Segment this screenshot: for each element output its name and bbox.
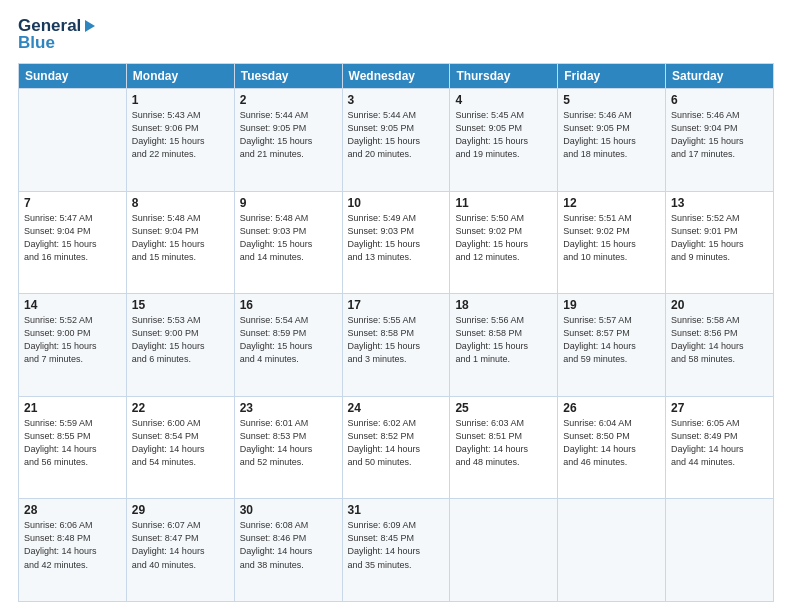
day-number: 17 xyxy=(348,298,445,312)
day-info: Sunrise: 6:03 AMSunset: 8:51 PMDaylight:… xyxy=(455,417,552,469)
calendar-cell: 5Sunrise: 5:46 AMSunset: 9:05 PMDaylight… xyxy=(558,89,666,192)
calendar-cell: 4Sunrise: 5:45 AMSunset: 9:05 PMDaylight… xyxy=(450,89,558,192)
day-number: 31 xyxy=(348,503,445,517)
calendar-cell: 11Sunrise: 5:50 AMSunset: 9:02 PMDayligh… xyxy=(450,191,558,294)
calendar-cell: 1Sunrise: 5:43 AMSunset: 9:06 PMDaylight… xyxy=(126,89,234,192)
day-number: 24 xyxy=(348,401,445,415)
calendar-cell: 18Sunrise: 5:56 AMSunset: 8:58 PMDayligh… xyxy=(450,294,558,397)
day-info: Sunrise: 5:56 AMSunset: 8:58 PMDaylight:… xyxy=(455,314,552,366)
day-number: 2 xyxy=(240,93,337,107)
calendar-cell: 7Sunrise: 5:47 AMSunset: 9:04 PMDaylight… xyxy=(19,191,127,294)
day-number: 29 xyxy=(132,503,229,517)
calendar-cell xyxy=(19,89,127,192)
calendar-cell xyxy=(450,499,558,602)
day-info: Sunrise: 5:52 AMSunset: 9:00 PMDaylight:… xyxy=(24,314,121,366)
calendar-cell: 19Sunrise: 5:57 AMSunset: 8:57 PMDayligh… xyxy=(558,294,666,397)
calendar-cell: 25Sunrise: 6:03 AMSunset: 8:51 PMDayligh… xyxy=(450,396,558,499)
day-number: 20 xyxy=(671,298,768,312)
calendar-header-cell: Monday xyxy=(126,64,234,89)
calendar-cell xyxy=(666,499,774,602)
calendar-cell: 14Sunrise: 5:52 AMSunset: 9:00 PMDayligh… xyxy=(19,294,127,397)
day-number: 6 xyxy=(671,93,768,107)
day-info: Sunrise: 5:48 AMSunset: 9:04 PMDaylight:… xyxy=(132,212,229,264)
day-number: 21 xyxy=(24,401,121,415)
day-info: Sunrise: 5:54 AMSunset: 8:59 PMDaylight:… xyxy=(240,314,337,366)
calendar-cell: 12Sunrise: 5:51 AMSunset: 9:02 PMDayligh… xyxy=(558,191,666,294)
day-number: 26 xyxy=(563,401,660,415)
day-number: 30 xyxy=(240,503,337,517)
day-info: Sunrise: 5:57 AMSunset: 8:57 PMDaylight:… xyxy=(563,314,660,366)
calendar-cell: 27Sunrise: 6:05 AMSunset: 8:49 PMDayligh… xyxy=(666,396,774,499)
day-info: Sunrise: 6:07 AMSunset: 8:47 PMDaylight:… xyxy=(132,519,229,571)
day-number: 13 xyxy=(671,196,768,210)
calendar-header-cell: Friday xyxy=(558,64,666,89)
day-info: Sunrise: 5:43 AMSunset: 9:06 PMDaylight:… xyxy=(132,109,229,161)
page: GeneralBlue SundayMondayTuesdayWednesday… xyxy=(0,0,792,612)
calendar-header-row: SundayMondayTuesdayWednesdayThursdayFrid… xyxy=(19,64,774,89)
day-info: Sunrise: 5:46 AMSunset: 9:04 PMDaylight:… xyxy=(671,109,768,161)
calendar-cell: 8Sunrise: 5:48 AMSunset: 9:04 PMDaylight… xyxy=(126,191,234,294)
day-info: Sunrise: 5:50 AMSunset: 9:02 PMDaylight:… xyxy=(455,212,552,264)
day-number: 28 xyxy=(24,503,121,517)
day-info: Sunrise: 6:00 AMSunset: 8:54 PMDaylight:… xyxy=(132,417,229,469)
day-number: 18 xyxy=(455,298,552,312)
day-info: Sunrise: 6:09 AMSunset: 8:45 PMDaylight:… xyxy=(348,519,445,571)
calendar-cell: 15Sunrise: 5:53 AMSunset: 9:00 PMDayligh… xyxy=(126,294,234,397)
calendar-cell: 9Sunrise: 5:48 AMSunset: 9:03 PMDaylight… xyxy=(234,191,342,294)
day-info: Sunrise: 5:59 AMSunset: 8:55 PMDaylight:… xyxy=(24,417,121,469)
day-info: Sunrise: 5:51 AMSunset: 9:02 PMDaylight:… xyxy=(563,212,660,264)
day-number: 3 xyxy=(348,93,445,107)
calendar-cell: 28Sunrise: 6:06 AMSunset: 8:48 PMDayligh… xyxy=(19,499,127,602)
day-number: 5 xyxy=(563,93,660,107)
day-info: Sunrise: 5:46 AMSunset: 9:05 PMDaylight:… xyxy=(563,109,660,161)
day-number: 25 xyxy=(455,401,552,415)
day-info: Sunrise: 6:06 AMSunset: 8:48 PMDaylight:… xyxy=(24,519,121,571)
day-number: 12 xyxy=(563,196,660,210)
day-number: 10 xyxy=(348,196,445,210)
day-info: Sunrise: 5:48 AMSunset: 9:03 PMDaylight:… xyxy=(240,212,337,264)
calendar-cell: 3Sunrise: 5:44 AMSunset: 9:05 PMDaylight… xyxy=(342,89,450,192)
day-number: 22 xyxy=(132,401,229,415)
calendar-cell: 2Sunrise: 5:44 AMSunset: 9:05 PMDaylight… xyxy=(234,89,342,192)
day-number: 23 xyxy=(240,401,337,415)
calendar-table: SundayMondayTuesdayWednesdayThursdayFrid… xyxy=(18,63,774,602)
calendar-header-cell: Sunday xyxy=(19,64,127,89)
day-info: Sunrise: 5:44 AMSunset: 9:05 PMDaylight:… xyxy=(240,109,337,161)
day-info: Sunrise: 5:44 AMSunset: 9:05 PMDaylight:… xyxy=(348,109,445,161)
calendar-body: 1Sunrise: 5:43 AMSunset: 9:06 PMDaylight… xyxy=(19,89,774,602)
calendar-header-cell: Wednesday xyxy=(342,64,450,89)
day-info: Sunrise: 5:47 AMSunset: 9:04 PMDaylight:… xyxy=(24,212,121,264)
day-number: 4 xyxy=(455,93,552,107)
calendar-cell: 13Sunrise: 5:52 AMSunset: 9:01 PMDayligh… xyxy=(666,191,774,294)
header: GeneralBlue xyxy=(18,16,774,53)
day-info: Sunrise: 5:45 AMSunset: 9:05 PMDaylight:… xyxy=(455,109,552,161)
calendar-header-cell: Thursday xyxy=(450,64,558,89)
calendar-cell: 21Sunrise: 5:59 AMSunset: 8:55 PMDayligh… xyxy=(19,396,127,499)
svg-marker-0 xyxy=(85,20,95,32)
day-info: Sunrise: 6:08 AMSunset: 8:46 PMDaylight:… xyxy=(240,519,337,571)
calendar-cell: 6Sunrise: 5:46 AMSunset: 9:04 PMDaylight… xyxy=(666,89,774,192)
day-info: Sunrise: 5:55 AMSunset: 8:58 PMDaylight:… xyxy=(348,314,445,366)
day-number: 9 xyxy=(240,196,337,210)
calendar-cell: 22Sunrise: 6:00 AMSunset: 8:54 PMDayligh… xyxy=(126,396,234,499)
day-info: Sunrise: 5:49 AMSunset: 9:03 PMDaylight:… xyxy=(348,212,445,264)
calendar-cell: 26Sunrise: 6:04 AMSunset: 8:50 PMDayligh… xyxy=(558,396,666,499)
day-info: Sunrise: 6:02 AMSunset: 8:52 PMDaylight:… xyxy=(348,417,445,469)
calendar-cell: 29Sunrise: 6:07 AMSunset: 8:47 PMDayligh… xyxy=(126,499,234,602)
logo: GeneralBlue xyxy=(18,16,97,53)
day-number: 16 xyxy=(240,298,337,312)
calendar-cell: 20Sunrise: 5:58 AMSunset: 8:56 PMDayligh… xyxy=(666,294,774,397)
day-number: 19 xyxy=(563,298,660,312)
logo-blue-text: Blue xyxy=(18,33,97,53)
calendar-cell: 31Sunrise: 6:09 AMSunset: 8:45 PMDayligh… xyxy=(342,499,450,602)
day-info: Sunrise: 5:52 AMSunset: 9:01 PMDaylight:… xyxy=(671,212,768,264)
calendar-cell: 17Sunrise: 5:55 AMSunset: 8:58 PMDayligh… xyxy=(342,294,450,397)
day-number: 7 xyxy=(24,196,121,210)
calendar-cell: 24Sunrise: 6:02 AMSunset: 8:52 PMDayligh… xyxy=(342,396,450,499)
day-number: 27 xyxy=(671,401,768,415)
calendar-cell: 23Sunrise: 6:01 AMSunset: 8:53 PMDayligh… xyxy=(234,396,342,499)
day-number: 11 xyxy=(455,196,552,210)
calendar-cell: 30Sunrise: 6:08 AMSunset: 8:46 PMDayligh… xyxy=(234,499,342,602)
calendar-cell: 16Sunrise: 5:54 AMSunset: 8:59 PMDayligh… xyxy=(234,294,342,397)
calendar-cell: 10Sunrise: 5:49 AMSunset: 9:03 PMDayligh… xyxy=(342,191,450,294)
